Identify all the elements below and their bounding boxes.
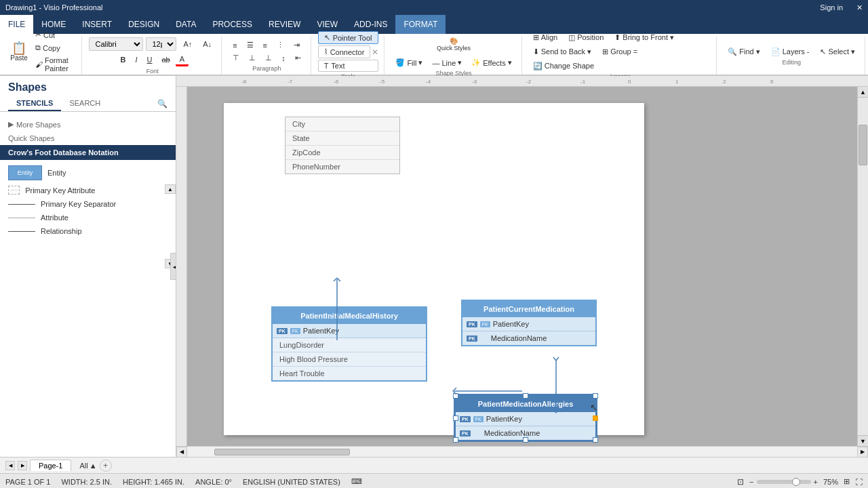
status-left: PAGE 1 OF 1 WIDTH: 2.5 IN. HEIGHT: 1.465… [5,477,362,486]
pointer-tool-btn[interactable]: ↖ Pointer Tool [318,31,379,44]
select-btn[interactable]: ↖ Select ▾ [816,46,859,58]
text-icon: T [324,62,329,70]
address-table[interactable]: City State ZipCode PhoneNumber [285,117,400,174]
rel-shape[interactable] [8,231,35,232]
position-btn[interactable]: ◫ Position [564,32,608,43]
outdent-btn[interactable]: ⇤ [291,52,305,64]
pk-attr-shape[interactable]: ····· [8,186,20,195]
send-to-back-btn[interactable]: ⬇ Send to Back ▾ [529,46,595,58]
layers-dropdown: - [807,47,810,56]
status-fit-icon[interactable]: ⊡ [737,477,744,487]
quick-shapes-item[interactable]: Quick Shapes [0,131,176,145]
menu-review[interactable]: REVIEW [260,15,309,34]
menu-format[interactable]: FORMAT [395,15,446,34]
menu-data[interactable]: DATA [167,15,204,34]
font-size-select[interactable]: 12pt [146,37,176,51]
text-label: Text [331,62,344,70]
menu-insert[interactable]: INSERT [74,15,120,34]
quick-styles-btn[interactable]: 🎨 Quick Styles [433,35,475,54]
all-pages-btn[interactable]: All ▲ [79,462,96,470]
bold-btn[interactable]: B [117,54,130,65]
zoom-slider-track[interactable] [757,480,811,484]
change-shape-btn[interactable]: 🔄 Change Shape [529,60,598,72]
underline-btn[interactable]: U [143,54,157,65]
arrange-btns: ⊞ Align ◫ Position ⬆ Bring to Front ▾ ⬇ … [529,32,711,72]
attr-preview [8,218,35,218]
increase-font-btn[interactable]: A↑ [179,39,196,49]
sidebar-scroll-up[interactable]: ▲ [165,184,176,194]
align-left-btn[interactable]: ≡ [229,39,241,51]
h-scrollbar[interactable]: ◀ ▶ [176,446,868,457]
indent-btn[interactable]: ⇥ [290,39,304,51]
bring-to-front-btn[interactable]: ⬆ Bring to Front ▾ [610,32,678,43]
h-scroll-right-btn[interactable]: ▶ [857,447,868,458]
clipboard-buttons: 📋 Paste ✂ Cut ⧉ Copy 🖌 Format Painter [8,29,76,74]
text-btn[interactable]: T Text [318,60,379,72]
pma-patientkey-label: PatientKey [486,415,522,423]
italic-btn[interactable]: I [131,54,141,65]
page-tab-1[interactable]: Page-1 [30,460,71,471]
strikethrough-btn[interactable]: ab [157,54,174,65]
v-scrollbar[interactable]: ▲ ▼ [857,87,868,446]
patient-current-medication-table[interactable]: PatientCurrentMedication PK FK PatientKe… [461,300,597,346]
canvas-scroll[interactable]: City State ZipCode PhoneNumber PatientIn… [187,87,857,446]
connector-close-icon[interactable]: ✕ [372,47,378,57]
pma-patientkey-row: PK FK PatientKey [456,412,595,426]
stencil-rel: Relationship [8,227,167,235]
v-scroll-thumb[interactable] [859,125,867,165]
tab-stencils[interactable]: STENCILS [8,96,61,111]
h-scroll-thumb[interactable] [214,449,350,455]
sign-in-btn[interactable]: Sign in [820,3,843,12]
page-tab-scroll-left[interactable]: ◀ [5,461,15,470]
effects-btn[interactable]: ✨ Effects ▾ [467,57,515,68]
text-color-btn[interactable]: A [176,54,189,66]
v-scroll-up-btn[interactable]: ▲ [858,87,868,98]
patient-medical-history-table[interactable]: PatientInitialMedicalHistory PK FK Patie… [271,306,427,382]
align-right-btn[interactable]: ≡ [259,39,271,51]
page-tab-scroll-right[interactable]: ▶ [18,461,27,470]
group-btn[interactable]: ⊞ Group = [598,46,642,58]
copy-button[interactable]: ⧉ Copy [31,42,76,54]
fill-btn[interactable]: 🪣 Fill ▾ [391,57,427,68]
full-screen-btn[interactable]: ⛶ [855,478,863,486]
menu-process[interactable]: PROCESS [204,15,260,34]
pk-sep-shape[interactable] [8,204,35,205]
zoom-slider-thumb[interactable] [792,478,800,486]
align-btn[interactable]: ⊞ Align [529,32,561,43]
layers-btn[interactable]: 📄 Layers - [767,46,814,58]
fit-page-btn[interactable]: ⊞ [844,477,850,486]
find-btn[interactable]: 🔍 Find ▾ [724,46,764,58]
crows-foot-category[interactable]: Crow's Foot Database Notation [0,145,176,160]
address-phone-row: PhoneNumber [285,160,399,174]
patient-medication-allergies-table[interactable]: PatientMedicationAllergies PK FK Patient… [454,394,597,441]
decrease-font-btn[interactable]: A↓ [199,39,216,49]
zoom-plus-btn[interactable]: + [814,478,818,486]
add-page-btn[interactable]: + [100,460,112,472]
font-name-select[interactable]: Calibri [89,37,143,51]
list-btn[interactable]: ⋮ [273,39,288,51]
connector-btn[interactable]: ⌇ Connector [318,45,371,58]
zoom-minus-btn[interactable]: − [749,478,753,486]
paste-button[interactable]: 📋 Paste [8,39,30,64]
format-painter-button[interactable]: 🖌 Format Painter [31,55,76,74]
attr-shape[interactable] [8,218,35,218]
v-scroll-down-btn[interactable]: ▼ [858,435,868,446]
menu-design[interactable]: DESIGN [120,15,167,34]
align-center-btn[interactable]: ☰ [243,39,258,51]
more-shapes-item[interactable]: ▶ More Shapes [0,117,176,131]
close-btn[interactable]: ✕ [856,3,863,12]
valign-bot-btn[interactable]: ⊥ [261,52,276,64]
valign-top-btn[interactable]: ⊤ [229,52,243,64]
tab-search[interactable]: SEARCH [61,96,108,111]
sidebar-collapse-btn[interactable]: ◀ [170,253,176,280]
position-label: Position [577,33,604,41]
line-btn[interactable]: — Line ▾ [428,57,466,68]
cut-button[interactable]: ✂ Cut [31,29,76,41]
entity-shape[interactable]: Entity [8,165,42,180]
h-scroll-left-btn[interactable]: ◀ [176,447,187,458]
status-keyboard-icon[interactable]: ⌨ [351,477,362,486]
valign-mid-btn[interactable]: ⊥ [245,52,260,64]
crows-foot-label: Crow's Foot Database Notation [8,148,119,157]
search-btn[interactable]: 🔍 [157,96,167,111]
spacing-btn[interactable]: ↕ [277,52,290,64]
